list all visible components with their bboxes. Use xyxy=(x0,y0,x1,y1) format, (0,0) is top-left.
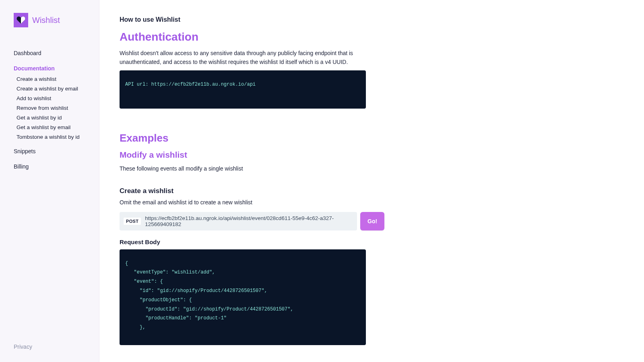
brand-logo-icon xyxy=(14,13,28,27)
nav-tombstone-wishlist[interactable]: Tombstone a wishlist by id xyxy=(17,132,85,142)
page-title: How to use Wishlist xyxy=(120,16,624,23)
nav-add-to-wishlist[interactable]: Add to wishlist xyxy=(17,93,85,103)
nav-snippets[interactable]: Snippets xyxy=(14,146,85,157)
nav-create-wishlist[interactable]: Create a wishlist xyxy=(17,74,85,84)
request-body-label: Request Body xyxy=(120,239,624,245)
brand: Wishlist xyxy=(0,13,99,47)
nav-documentation-sub: Create a wishlist Create a wishlist by e… xyxy=(14,74,85,142)
nav-billing[interactable]: Billing xyxy=(14,161,85,172)
create-description: Omit the email and wishlist id to create… xyxy=(120,198,381,207)
nav-remove-from-wishlist[interactable]: Remove from wishlist xyxy=(17,103,85,113)
auth-code-block: API url: https://ecfb2bf2e11b.au.ngrok.i… xyxy=(120,70,366,109)
main-content: How to use Wishlist Authentication Wishl… xyxy=(99,0,644,362)
nav-privacy[interactable]: Privacy xyxy=(0,343,99,362)
go-button[interactable]: Go! xyxy=(360,212,384,230)
http-method-badge: POST xyxy=(124,218,141,225)
nav-get-wishlist-id[interactable]: Get a wishlist by id xyxy=(17,113,85,122)
heading-modify-wishlist: Modify a wishlist xyxy=(120,150,624,160)
nav-create-wishlist-email[interactable]: Create a wishlist by email xyxy=(17,84,85,93)
auth-description: Wishlist doesn't allow access to any sen… xyxy=(120,49,381,66)
heading-examples: Examples xyxy=(120,132,624,144)
nav-documentation[interactable]: Documentation xyxy=(14,63,85,74)
endpoint-row: POST https://ecfb2bf2e11b.au.ngrok.io/ap… xyxy=(120,212,624,230)
nav: Dashboard Documentation Create a wishlis… xyxy=(0,47,99,343)
request-body-code: { "eventType": "wishlist/add", "event": … xyxy=(120,249,366,345)
nav-dashboard[interactable]: Dashboard xyxy=(14,47,85,59)
endpoint-input[interactable]: POST https://ecfb2bf2e11b.au.ngrok.io/ap… xyxy=(120,212,357,230)
nav-get-wishlist-email[interactable]: Get a wishlist by email xyxy=(17,122,85,132)
sidebar: Wishlist Dashboard Documentation Create … xyxy=(0,0,99,362)
endpoint-url: https://ecfb2bf2e11b.au.ngrok.io/api/wis… xyxy=(145,215,353,227)
modify-description: These following events all modify a sing… xyxy=(120,165,381,173)
brand-name: Wishlist xyxy=(32,16,60,25)
heading-create-wishlist: Create a wishlist xyxy=(120,187,624,195)
heading-authentication: Authentication xyxy=(120,31,624,43)
